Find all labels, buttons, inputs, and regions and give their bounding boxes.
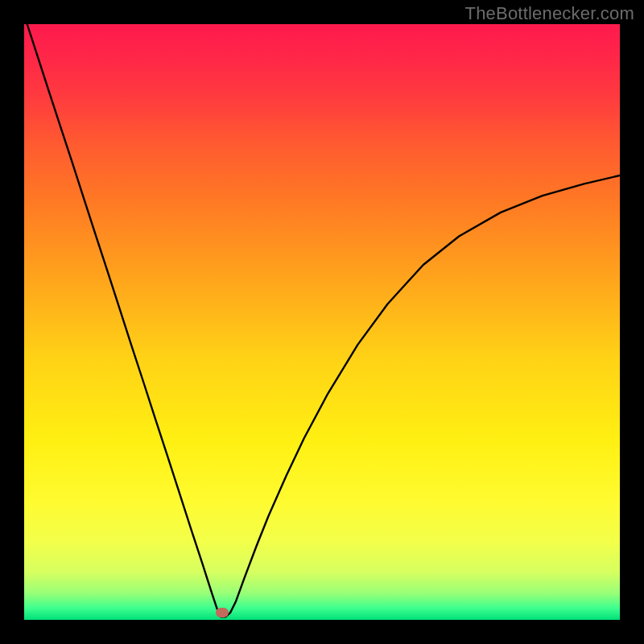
bottleneck-curve (27, 24, 620, 617)
watermark-text: TheBottlenecker.com (465, 3, 634, 24)
curve-layer (24, 24, 620, 620)
plot-area (24, 24, 620, 620)
chart-frame: TheBottlenecker.com (0, 0, 644, 644)
optimum-marker (216, 608, 229, 617)
